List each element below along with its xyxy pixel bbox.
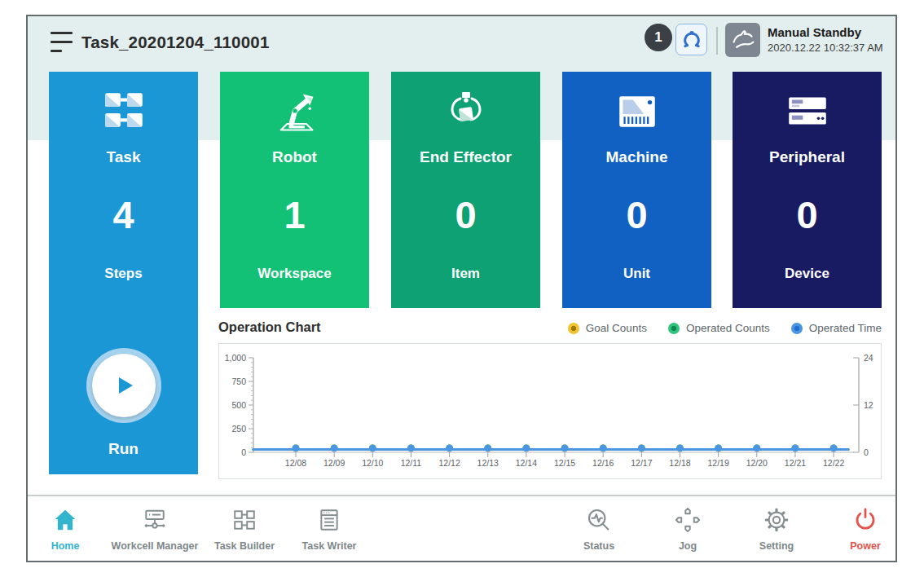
svg-text:250: 250 — [231, 424, 246, 434]
robot-icon — [220, 86, 369, 137]
svg-text:12/22: 12/22 — [823, 458, 844, 468]
svg-text:12/18: 12/18 — [669, 458, 690, 468]
svg-text:12/14: 12/14 — [516, 458, 537, 468]
card-end-effector[interactable]: End Effector 0 Item — [391, 72, 540, 308]
legend-label: Goal Counts — [586, 322, 647, 334]
task-writer-icon — [272, 506, 386, 534]
card-value: 0 — [562, 192, 711, 237]
svg-text:12/17: 12/17 — [631, 458, 652, 468]
svg-text:12/16: 12/16 — [592, 458, 614, 468]
chart-legend: Goal CountsOperated CountsOperated Time — [568, 322, 882, 334]
task-icon — [49, 86, 198, 137]
card-peripheral[interactable]: Peripheral 0 Device — [733, 72, 882, 308]
svg-text:0: 0 — [241, 447, 246, 457]
bottom-nav: Home Workcell Manager Task Builder Task … — [28, 496, 895, 561]
manual-mode-button[interactable] — [725, 23, 760, 57]
legend-label: Operated Counts — [686, 322, 770, 334]
svg-text:12/15: 12/15 — [554, 458, 575, 468]
card-label: End Effector — [391, 148, 540, 166]
card-value: 0 — [733, 192, 882, 237]
legend-item: Operated Time — [791, 322, 882, 334]
nav-item-power[interactable]: Power — [808, 506, 922, 552]
end-effector-icon — [391, 86, 540, 137]
machine-icon — [562, 86, 711, 137]
chart-title: Operation Chart — [218, 319, 321, 335]
legend-label: Operated Time — [809, 322, 882, 334]
chart-canvas: 1,00075050025002412012/0812/0912/1012/11… — [219, 344, 881, 478]
legend-dot-icon — [568, 323, 579, 334]
page-title: Task_20201204_110001 — [81, 33, 270, 52]
card-unit: Steps — [49, 266, 198, 282]
mode-label: Manual Standby — [768, 25, 883, 39]
card-value: 4 — [49, 192, 198, 237]
card-robot[interactable]: Robot 1 Workspace — [220, 72, 369, 308]
legend-item: Goal Counts — [568, 322, 647, 334]
svg-text:12/08: 12/08 — [285, 458, 306, 468]
card-label: Task — [49, 148, 198, 166]
run-button[interactable] — [86, 348, 161, 423]
svg-text:12/20: 12/20 — [746, 458, 768, 468]
mode-status: Manual Standby 2020.12.22 10:32:37 AM — [768, 25, 883, 54]
svg-text:12/11: 12/11 — [401, 458, 422, 468]
svg-text:0: 0 — [864, 447, 869, 457]
svg-text:750: 750 — [231, 377, 246, 386]
screen: Task_20201204_110001 1 Manual Standby 20… — [0, 0, 924, 577]
card-value: 0 — [391, 192, 540, 237]
svg-text:12/19: 12/19 — [708, 458, 729, 468]
run-label: Run — [49, 440, 198, 458]
card-task[interactable]: Task 4 StepsRun — [49, 72, 198, 474]
card-value: 1 — [220, 192, 369, 237]
svg-text:1,000: 1,000 — [225, 353, 246, 363]
power-icon — [808, 506, 922, 534]
svg-text:12/09: 12/09 — [323, 458, 345, 468]
nav-label: Task Writer — [272, 540, 386, 552]
gripper-icon — [681, 29, 702, 51]
card-unit: Unit — [562, 266, 711, 282]
svg-text:12/13: 12/13 — [477, 458, 499, 468]
svg-text:12/10: 12/10 — [362, 458, 383, 468]
legend-dot-icon — [668, 323, 680, 334]
svg-text:24: 24 — [864, 353, 873, 363]
nav-label: Power — [808, 540, 922, 552]
svg-text:500: 500 — [231, 400, 246, 410]
play-icon — [92, 354, 156, 417]
card-label: Machine — [562, 148, 711, 166]
legend-item: Operated Counts — [668, 322, 770, 334]
legend-dot-icon — [791, 323, 803, 334]
menu-button[interactable] — [51, 31, 73, 52]
notification-badge[interactable]: 1 — [645, 24, 672, 51]
card-machine[interactable]: Machine 0 Unit — [562, 72, 711, 308]
hand-icon — [730, 28, 756, 52]
header-divider — [716, 27, 718, 55]
peripheral-icon — [733, 86, 882, 137]
card-unit: Workspace — [220, 266, 369, 282]
operation-chart: 1,00075050025002412012/0812/0912/1012/11… — [218, 343, 882, 479]
card-label: Peripheral — [733, 148, 882, 166]
card-unit: Device — [733, 266, 882, 282]
card-unit: Item — [391, 266, 540, 282]
svg-text:12: 12 — [864, 400, 873, 410]
app-window: Task_20201204_110001 1 Manual Standby 20… — [26, 15, 897, 562]
nav-item-task-writer[interactable]: Task Writer — [272, 506, 386, 552]
svg-text:12/12: 12/12 — [438, 458, 460, 468]
svg-text:12/21: 12/21 — [785, 458, 806, 468]
gripper-button[interactable] — [675, 24, 707, 55]
card-label: Robot — [220, 148, 369, 166]
mode-timestamp: 2020.12.22 10:32:37 AM — [768, 42, 883, 54]
